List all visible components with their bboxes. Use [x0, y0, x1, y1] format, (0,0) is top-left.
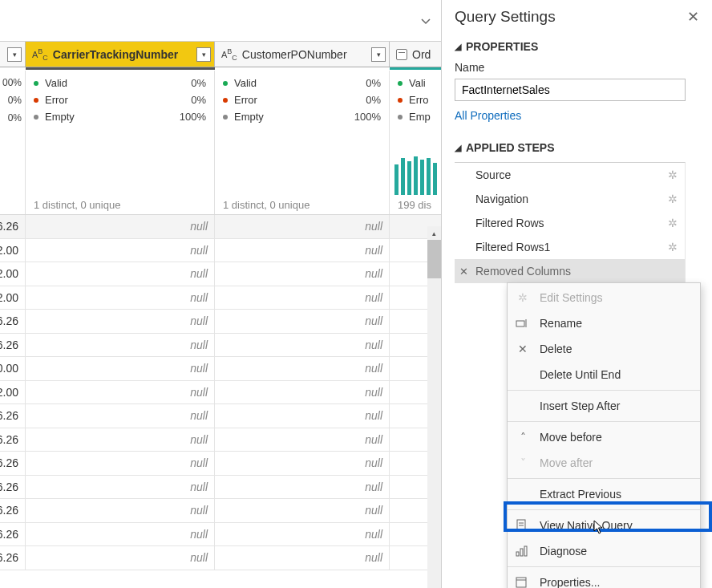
cell-customerpo: null [215, 523, 390, 546]
quality-carrier: Valid0% Error0% Empty100% 1 distinct, 0 … [26, 71, 215, 214]
cell-carrier: null [26, 523, 215, 546]
table-row[interactable]: 72.00nullnull [0, 381, 441, 405]
cell-customerpo: null [215, 215, 390, 238]
column-head-carrier[interactable]: ABC CarrierTrackingNumber ▾ [26, 42, 215, 67]
up-icon: ˄ [516, 431, 530, 444]
menu-item-diagnose[interactable]: Diagnose [508, 538, 700, 564]
cell-carrier: null [26, 476, 215, 499]
menu-item-view-native-query[interactable]: View Native Query [508, 513, 700, 538]
gear-icon[interactable]: ✲ [668, 168, 678, 181]
menu-item-move-after: ˅Move after [508, 450, 700, 476]
diag-icon [516, 545, 530, 557]
column-quality: 00% 0% 0% Valid0% Error0% Empty100% 1 di… [0, 71, 441, 215]
table-row[interactable]: 86.26nullnull [0, 215, 441, 239]
cell-customerpo: null [215, 546, 390, 570]
cell-customerpo: null [215, 286, 390, 310]
prev-cell: 86.26 [0, 215, 26, 238]
cell-carrier: null [26, 357, 215, 380]
histogram-icon [394, 156, 437, 195]
menu-item-properties[interactable]: Properties... [508, 570, 700, 588]
applied-step[interactable]: Source✲ [455, 163, 685, 187]
properties-section-header[interactable]: ◢ PROPERTIES [455, 40, 699, 53]
table-row[interactable]: 86.26nullnull [0, 476, 441, 500]
cell-carrier: null [26, 215, 215, 238]
table-row[interactable]: 86.26nullnull [0, 452, 441, 476]
column-head-prev[interactable]: ▾ [0, 42, 26, 67]
vertical-scrollbar[interactable]: ▴ [427, 240, 441, 588]
menu-item-rename[interactable]: Rename [508, 310, 700, 336]
table-row[interactable]: 72.00nullnull [0, 262, 441, 286]
menu-separator [508, 509, 700, 510]
table-row[interactable]: 70.00nullnull [0, 357, 441, 381]
menu-item-extract-previous[interactable]: Extract Previous [508, 481, 700, 507]
table-row[interactable]: 72.00nullnull [0, 239, 441, 263]
menu-separator [508, 390, 700, 391]
filter-dropdown-icon[interactable]: ▾ [7, 47, 22, 62]
menu-item-label: Delete Until End [540, 368, 621, 381]
applied-step[interactable]: Filtered Rows✲ [455, 211, 685, 235]
step-label: Source [475, 168, 511, 181]
svg-rect-6 [520, 549, 523, 556]
menu-item-delete[interactable]: ✕Delete [508, 336, 700, 362]
doc-icon [516, 519, 530, 532]
applied-step[interactable]: ✕Removed Columns [455, 259, 685, 283]
menu-item-label: Insert Step After [540, 399, 620, 412]
text-type-icon: ABC [32, 47, 48, 62]
table-row[interactable]: 86.26nullnull [0, 404, 441, 428]
expand-formula-icon[interactable] [420, 15, 431, 26]
column-head-ord[interactable]: Ord [390, 42, 441, 67]
steps-section-header[interactable]: ◢ APPLIED STEPS [455, 141, 699, 154]
column-head-customerpo[interactable]: ABC CustomerPONumber ▾ [215, 42, 390, 67]
cell-customerpo: null [215, 499, 390, 522]
query-name-input[interactable] [455, 79, 686, 101]
prev-cell: 86.26 [0, 452, 26, 475]
gear-icon[interactable]: ✲ [668, 217, 678, 229]
all-properties-link[interactable]: All Properties [455, 109, 699, 122]
gear-icon[interactable]: ✲ [668, 193, 678, 205]
quality-ord: Vali Erro Emp 199 dis [390, 71, 441, 214]
table-row[interactable]: 86.26nullnull [0, 428, 441, 452]
cell-customerpo: null [215, 357, 390, 380]
applied-step[interactable]: Filtered Rows1✲ [455, 235, 685, 259]
date-type-icon [396, 49, 407, 60]
menu-item-move-before[interactable]: ˄Move before [508, 424, 700, 450]
prev-cell: 72.00 [0, 239, 26, 262]
delete-step-icon[interactable]: ✕ [459, 266, 468, 278]
applied-step[interactable]: Navigation✲ [455, 187, 685, 211]
menu-separator [508, 566, 700, 567]
menu-item-delete-until-end[interactable]: Delete Until End [508, 362, 700, 387]
prev-cell: 86.26 [0, 404, 26, 428]
table-row[interactable]: 86.26nullnull [0, 334, 441, 358]
menu-item-label: Delete [540, 343, 572, 355]
gear-icon[interactable]: ✲ [668, 241, 678, 253]
filter-dropdown-icon[interactable]: ▾ [371, 47, 386, 62]
collapse-icon: ◢ [455, 42, 461, 52]
error-dot-icon [223, 98, 228, 103]
table-row[interactable]: 86.26nullnull [0, 310, 441, 334]
cell-customerpo: null [215, 476, 390, 499]
cell-carrier: null [26, 310, 215, 333]
cell-carrier: null [26, 404, 215, 428]
close-icon[interactable]: ✕ [687, 8, 699, 26]
table-row[interactable]: 72.00nullnull [0, 286, 441, 310]
table-row[interactable]: 86.26nullnull [0, 499, 441, 523]
menu-item-label: Move before [540, 431, 602, 444]
table-row[interactable]: 86.26nullnull [0, 523, 441, 547]
menu-item-insert-step-after[interactable]: Insert Step After [508, 393, 700, 419]
step-label: Filtered Rows1 [475, 241, 550, 253]
cell-carrier: null [26, 262, 215, 286]
table-row[interactable]: 86.26nullnull [0, 546, 441, 570]
cell-customerpo: null [215, 334, 390, 357]
prev-cell: 86.26 [0, 499, 26, 522]
menu-separator [508, 421, 700, 422]
menu-item-label: Rename [540, 317, 582, 330]
scroll-thumb[interactable] [427, 240, 441, 278]
filter-dropdown-icon[interactable]: ▾ [196, 47, 211, 62]
scroll-up-icon[interactable]: ▴ [427, 226, 441, 240]
cell-carrier: null [26, 286, 215, 310]
valid-dot-icon [223, 81, 228, 86]
applied-steps-list: Source✲Navigation✲Filtered Rows✲Filtered… [455, 162, 686, 283]
column-label: CustomerPONumber [242, 48, 371, 61]
text-type-icon: ABC [221, 47, 237, 62]
svg-rect-0 [516, 321, 524, 326]
